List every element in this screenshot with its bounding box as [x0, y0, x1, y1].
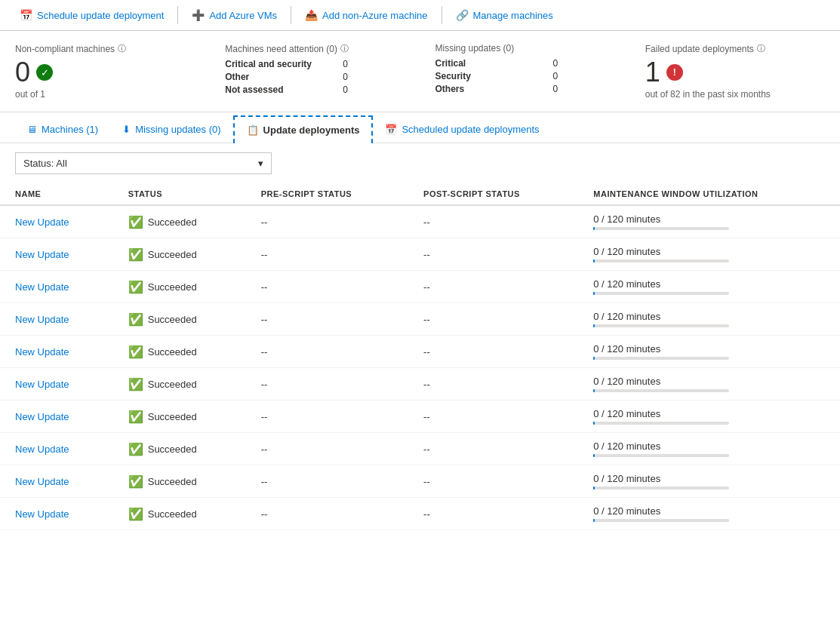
status-text-0: Succeeded	[148, 216, 197, 228]
name-link-2[interactable]: New Update	[15, 281, 69, 293]
missing-row-1-label: Critical	[435, 58, 541, 69]
progress-bar-fill-9	[593, 519, 595, 522]
toolbar-divider-2	[291, 6, 291, 24]
progress-bar-fill-0	[593, 227, 595, 230]
table-row: New Update ✅ Succeeded -- -- 0 / 120 min…	[0, 368, 840, 401]
cell-maintenance-4: 0 / 120 minutes	[578, 336, 840, 368]
add-icon: ➕	[192, 9, 205, 21]
deployments-tab-icon: 📋	[247, 124, 259, 136]
cell-pre-8: --	[246, 465, 408, 498]
table-row: New Update ✅ Succeeded -- -- 0 / 120 min…	[0, 303, 840, 336]
failed-out-of: out of 82 in the past six months	[645, 89, 825, 100]
cell-status-3: ✅ Succeeded	[113, 303, 246, 336]
cell-maintenance-8: 0 / 120 minutes	[578, 465, 840, 498]
cell-status-0: ✅ Succeeded	[113, 205, 246, 238]
attention-row-1-value: 0	[343, 59, 348, 69]
maintenance-text-9: 0 / 120 minutes	[593, 505, 825, 517]
name-link-8[interactable]: New Update	[15, 476, 69, 487]
tab-machines[interactable]: 🖥 Machines (1)	[15, 116, 110, 143]
name-link-5[interactable]: New Update	[15, 379, 69, 390]
status-check-icon-2: ✅	[128, 280, 143, 294]
schedule-icon: 📅	[20, 9, 32, 21]
add-non-azure-button[interactable]: 📤 Add non-Azure machine	[294, 5, 438, 26]
maintenance-text-7: 0 / 120 minutes	[593, 440, 825, 452]
cell-pre-4: --	[246, 336, 408, 368]
cell-pre-6: --	[246, 401, 408, 433]
progress-bar-bg-3	[593, 324, 729, 327]
cell-status-5: ✅ Succeeded	[113, 368, 246, 401]
progress-bar-bg-5	[593, 389, 729, 392]
status-check-icon-7: ✅	[128, 442, 143, 456]
cell-pre-3: --	[246, 303, 408, 336]
schedule-update-button[interactable]: 📅 Schedule update deployment	[9, 5, 174, 26]
table-row: New Update ✅ Succeeded -- -- 0 / 120 min…	[0, 401, 840, 433]
status-check-icon-1: ✅	[128, 247, 143, 262]
name-link-0[interactable]: New Update	[15, 216, 69, 228]
status-text-3: Succeeded	[148, 314, 197, 325]
name-link-7[interactable]: New Update	[15, 444, 69, 455]
cell-pre-1: --	[246, 238, 408, 271]
attention-row-1-label: Critical and security	[225, 59, 331, 69]
cell-status-2: ✅ Succeeded	[113, 271, 246, 303]
cell-name-5: New Update	[0, 368, 113, 401]
progress-bar-bg-8	[593, 487, 729, 490]
progress-bar-fill-7	[593, 454, 595, 457]
attention-info-icon[interactable]: ⓘ	[340, 43, 349, 54]
status-check-icon-9: ✅	[128, 507, 143, 521]
non-compliant-value: 0	[15, 59, 30, 86]
status-text-8: Succeeded	[148, 476, 197, 487]
progress-bar-fill-8	[593, 487, 595, 490]
missing-updates-card: Missing updates (0) Critical 0 Security …	[435, 43, 615, 100]
cell-status-4: ✅ Succeeded	[113, 336, 246, 368]
name-link-1[interactable]: New Update	[15, 249, 69, 260]
col-maintenance: MAINTENANCE WINDOW UTILIZATION	[578, 183, 840, 205]
cell-post-7: --	[408, 433, 578, 465]
status-check-icon-5: ✅	[128, 377, 143, 391]
cell-post-2: --	[408, 271, 578, 303]
add-azure-vms-button[interactable]: ➕ Add Azure VMs	[181, 5, 288, 26]
failed-info-icon[interactable]: ⓘ	[757, 43, 765, 54]
non-compliant-title: Non-compliant machines	[15, 44, 115, 54]
cell-maintenance-3: 0 / 120 minutes	[578, 303, 840, 336]
tab-missing-updates[interactable]: ⬇ Missing updates (0)	[110, 116, 232, 143]
cell-name-9: New Update	[0, 498, 113, 530]
tab-update-deployments[interactable]: 📋 Update deployments	[233, 115, 374, 143]
missing-row-2-label: Security	[435, 71, 541, 81]
missing-row-1-value: 0	[553, 58, 558, 69]
cell-name-6: New Update	[0, 401, 113, 433]
failed-title: Failed update deployments	[645, 44, 754, 54]
deployments-table: NAME STATUS PRE-SCRIPT STATUS POST-SCRIP…	[0, 183, 840, 530]
attention-title: Machines need attention (0)	[225, 44, 337, 54]
tab-scheduled-updates[interactable]: 📅 Scheduled update deployments	[373, 116, 551, 143]
cell-maintenance-0: 0 / 120 minutes	[578, 205, 840, 238]
name-link-6[interactable]: New Update	[15, 411, 69, 422]
status-filter-dropdown[interactable]: Status: All ▾	[15, 152, 272, 174]
non-compliant-info-icon[interactable]: ⓘ	[118, 43, 126, 54]
name-link-4[interactable]: New Update	[15, 346, 69, 358]
status-text-5: Succeeded	[148, 379, 197, 390]
maintenance-text-6: 0 / 120 minutes	[593, 408, 825, 419]
cell-post-0: --	[408, 205, 578, 238]
failed-value: 1	[645, 59, 660, 86]
cell-status-8: ✅ Succeeded	[113, 465, 246, 498]
progress-bar-bg-2	[593, 292, 729, 295]
name-link-9[interactable]: New Update	[15, 508, 69, 520]
failed-deployments-card: Failed update deployments ⓘ 1 ! out of 8…	[645, 43, 825, 100]
maintenance-text-5: 0 / 120 minutes	[593, 376, 825, 387]
table-row: New Update ✅ Succeeded -- -- 0 / 120 min…	[0, 498, 840, 530]
col-pre-script: PRE-SCRIPT STATUS	[246, 183, 408, 205]
manage-machines-button[interactable]: 🔗 Manage machines	[445, 5, 564, 26]
missing-updates-title: Missing updates (0)	[435, 43, 515, 54]
cell-maintenance-6: 0 / 120 minutes	[578, 401, 840, 433]
status-text-2: Succeeded	[148, 281, 197, 293]
cell-post-3: --	[408, 303, 578, 336]
cell-status-9: ✅ Succeeded	[113, 498, 246, 530]
cell-status-1: ✅ Succeeded	[113, 238, 246, 271]
cell-status-6: ✅ Succeeded	[113, 401, 246, 433]
name-link-3[interactable]: New Update	[15, 314, 69, 325]
status-text-4: Succeeded	[148, 346, 197, 358]
cell-name-8: New Update	[0, 465, 113, 498]
upload-icon: 📤	[305, 9, 318, 21]
cell-pre-5: --	[246, 368, 408, 401]
missing-row-3-label: Others	[435, 84, 541, 94]
